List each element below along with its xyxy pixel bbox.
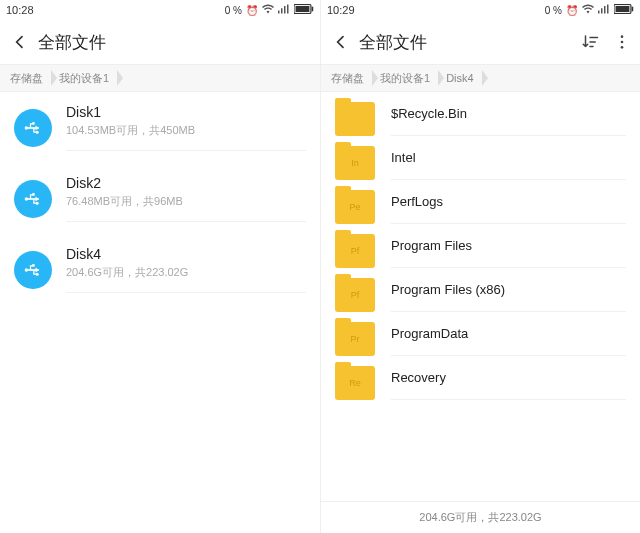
- folder-item[interactable]: $Recycle.Bin: [321, 92, 640, 136]
- disk-subtitle: 104.53MB可用，共450MB: [66, 123, 306, 138]
- usb-icon: [14, 251, 52, 289]
- svg-rect-17: [601, 8, 603, 13]
- disk-subtitle: 204.6G可用，共223.02G: [66, 265, 306, 280]
- disk-item[interactable]: Disk4204.6G可用，共223.02G: [0, 234, 320, 305]
- svg-rect-8: [32, 122, 35, 125]
- folder-item[interactable]: PrProgramData: [321, 312, 640, 356]
- wifi-icon: [582, 4, 594, 16]
- svg-rect-22: [632, 7, 634, 12]
- svg-rect-0: [278, 11, 280, 14]
- folder-short: Pf: [351, 290, 360, 300]
- folder-icon: Pr: [335, 322, 375, 356]
- folder-icon: [335, 102, 375, 136]
- svg-rect-3: [287, 5, 289, 14]
- breadcrumb: 存储盘我的设备1Disk4: [321, 64, 640, 92]
- svg-rect-1: [281, 8, 283, 13]
- back-icon[interactable]: [329, 30, 353, 54]
- disk-item[interactable]: Disk1104.53MB可用，共450MB: [0, 92, 320, 163]
- svg-point-24: [621, 41, 624, 44]
- svg-rect-6: [312, 7, 314, 12]
- back-icon[interactable]: [8, 30, 32, 54]
- svg-rect-11: [32, 193, 35, 196]
- battery-pct: 0 %: [545, 5, 562, 16]
- folder-short: Pf: [351, 246, 360, 256]
- folder-item[interactable]: InIntel: [321, 136, 640, 180]
- svg-point-15: [36, 272, 39, 275]
- signal-icon: [598, 4, 610, 16]
- disk-item[interactable]: Disk276.48MB可用，共96MB: [0, 163, 320, 234]
- svg-rect-21: [616, 6, 630, 12]
- folder-item[interactable]: ReRecovery: [321, 356, 640, 400]
- svg-point-9: [36, 130, 39, 133]
- header: 全部文件: [0, 20, 320, 64]
- folder-name: Program Files: [391, 238, 626, 253]
- svg-point-12: [36, 201, 39, 204]
- usb-icon: [14, 180, 52, 218]
- disk-name: Disk2: [66, 175, 306, 191]
- folder-icon: Pe: [335, 190, 375, 224]
- folder-name: PerfLogs: [391, 194, 626, 209]
- battery-icon: [614, 4, 634, 16]
- alarm-icon: ⏰: [566, 5, 578, 16]
- status-icons: 0 % ⏰: [545, 4, 634, 16]
- pane-folder-list: 10:29 0 % ⏰ 全部文件: [320, 0, 640, 533]
- folder-name: Program Files (x86): [391, 282, 626, 297]
- battery-icon: [294, 4, 314, 16]
- wifi-icon: [262, 4, 274, 16]
- disk-name: Disk1: [66, 104, 306, 120]
- breadcrumb-item[interactable]: 存储盘: [4, 68, 53, 88]
- usb-icon: [14, 109, 52, 147]
- sort-icon[interactable]: [580, 32, 600, 52]
- header: 全部文件: [321, 20, 640, 64]
- folder-short: In: [351, 158, 359, 168]
- svg-point-23: [621, 35, 624, 38]
- folder-icon: In: [335, 146, 375, 180]
- breadcrumb-item[interactable]: 我的设备1: [374, 68, 440, 88]
- breadcrumb-item[interactable]: 存储盘: [325, 68, 374, 88]
- folder-name: Recovery: [391, 370, 626, 385]
- breadcrumb-item[interactable]: 我的设备1: [53, 68, 119, 88]
- pane-disk-list: 10:28 0 % ⏰ 全部文件 存储盘我的设备1 Disk1: [0, 0, 320, 533]
- svg-rect-18: [604, 6, 606, 14]
- svg-rect-2: [284, 6, 286, 14]
- folder-short: Pe: [349, 202, 360, 212]
- folder-icon: Re: [335, 366, 375, 400]
- page-title: 全部文件: [38, 31, 312, 54]
- svg-point-25: [621, 46, 624, 49]
- folder-item[interactable]: PePerfLogs: [321, 180, 640, 224]
- folder-icon: Pf: [335, 278, 375, 312]
- status-time: 10:28: [6, 4, 34, 16]
- page-title: 全部文件: [359, 31, 580, 54]
- folder-short: Re: [349, 378, 361, 388]
- svg-rect-14: [32, 264, 35, 267]
- folder-list: $Recycle.BinInIntelPePerfLogsPfProgram F…: [321, 92, 640, 501]
- folder-item[interactable]: PfProgram Files: [321, 224, 640, 268]
- disk-subtitle: 76.48MB可用，共96MB: [66, 194, 306, 209]
- status-icons: 0 % ⏰: [225, 4, 314, 16]
- folder-name: Intel: [391, 150, 626, 165]
- svg-rect-19: [607, 5, 609, 14]
- folder-item[interactable]: PfProgram Files (x86): [321, 268, 640, 312]
- storage-summary: 204.6G可用，共223.02G: [321, 501, 640, 533]
- status-bar: 10:29 0 % ⏰: [321, 0, 640, 20]
- disk-list: Disk1104.53MB可用，共450MBDisk276.48MB可用，共96…: [0, 92, 320, 533]
- folder-short: Pr: [351, 334, 360, 344]
- alarm-icon: ⏰: [246, 5, 258, 16]
- battery-pct: 0 %: [225, 5, 242, 16]
- svg-rect-5: [296, 6, 310, 12]
- folder-icon: Pf: [335, 234, 375, 268]
- folder-name: ProgramData: [391, 326, 626, 341]
- folder-name: $Recycle.Bin: [391, 106, 626, 121]
- status-time: 10:29: [327, 4, 355, 16]
- breadcrumb-item[interactable]: Disk4: [440, 68, 484, 88]
- status-bar: 10:28 0 % ⏰: [0, 0, 320, 20]
- svg-rect-16: [598, 11, 600, 14]
- disk-name: Disk4: [66, 246, 306, 262]
- signal-icon: [278, 4, 290, 16]
- breadcrumb: 存储盘我的设备1: [0, 64, 320, 92]
- more-icon[interactable]: [612, 32, 632, 52]
